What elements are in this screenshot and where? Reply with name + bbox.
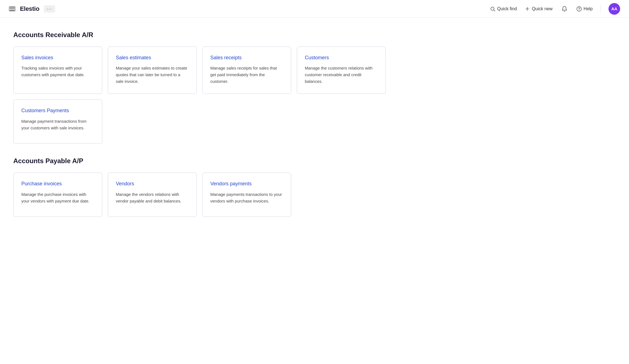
header-divider [600, 5, 601, 13]
card-sales-estimates[interactable]: Sales estimates Manage your sales estima… [108, 47, 197, 94]
card-purchase-invoices-desc: Manage the purchase invoices with your v… [21, 191, 94, 204]
card-sales-estimates-title: Sales estimates [116, 55, 189, 61]
card-customers-title: Customers [305, 55, 378, 61]
plus-icon [525, 6, 530, 12]
help-icon [576, 6, 582, 12]
card-vendors-payments-desc: Manage payments transactions to your ven… [210, 191, 283, 204]
search-icon [490, 6, 495, 12]
bell-icon [561, 6, 567, 12]
card-customers-payments-title: Customers Payments [21, 107, 94, 114]
card-customers[interactable]: Customers Manage the customers relations… [297, 47, 386, 94]
ap-cards-row1: Purchase invoices Manage the purchase in… [13, 173, 386, 217]
header: Elestio ··· Quick find Quick new [0, 0, 629, 18]
main-content: Accounts Receivable A/R Sales invoices T… [0, 18, 399, 234]
quick-find-button[interactable]: Quick find [490, 6, 517, 12]
card-vendors-payments-title: Vendors payments [210, 181, 283, 187]
quick-find-label: Quick find [497, 6, 517, 11]
card-customers-payments-desc: Manage payment transactions from your cu… [21, 118, 94, 131]
card-vendors-payments[interactable]: Vendors payments Manage payments transac… [202, 173, 291, 217]
card-sales-estimates-desc: Manage your sales estimates to create qu… [116, 65, 189, 85]
card-sales-invoices-title: Sales invoices [21, 55, 94, 61]
section-ap-title: Accounts Payable A/P [13, 157, 386, 165]
ar-cards-row1: Sales invoices Tracking sales invoices w… [13, 47, 386, 94]
section-ap: Accounts Payable A/P Purchase invoices M… [13, 157, 386, 217]
menu-icon-button[interactable] [9, 6, 16, 11]
svg-line-1 [494, 10, 495, 11]
card-sales-receipts-desc: Manage sales receipts for sales that get… [210, 65, 283, 85]
header-left: Elestio ··· [9, 5, 55, 12]
card-sales-invoices-desc: Tracking sales invoices with your custom… [21, 65, 94, 78]
help-button[interactable]: Help [576, 6, 593, 12]
card-sales-receipts-title: Sales receipts [210, 55, 283, 61]
card-customers-desc: Manage the customers relations with cust… [305, 65, 378, 85]
header-right: Quick find Quick new Help AA [490, 3, 620, 15]
card-purchase-invoices[interactable]: Purchase invoices Manage the purchase in… [13, 173, 102, 217]
card-vendors-desc: Manage the vendors relations with vendor… [116, 191, 189, 204]
section-ar: Accounts Receivable A/R Sales invoices T… [13, 31, 386, 144]
more-options-button[interactable]: ··· [44, 5, 55, 12]
card-purchase-invoices-title: Purchase invoices [21, 181, 94, 187]
card-customers-payments[interactable]: Customers Payments Manage payment transa… [13, 99, 102, 144]
card-sales-receipts[interactable]: Sales receipts Manage sales receipts for… [202, 47, 291, 94]
quick-new-button[interactable]: Quick new [525, 6, 553, 12]
ar-cards-row2: Customers Payments Manage payment transa… [13, 99, 386, 144]
app-title: Elestio [20, 5, 39, 12]
help-label: Help [584, 6, 593, 11]
notifications-button[interactable] [560, 5, 569, 13]
quick-new-label: Quick new [532, 6, 553, 11]
card-vendors[interactable]: Vendors Manage the vendors relations wit… [108, 173, 197, 217]
card-sales-invoices[interactable]: Sales invoices Tracking sales invoices w… [13, 47, 102, 94]
section-ar-title: Accounts Receivable A/R [13, 31, 386, 39]
card-vendors-title: Vendors [116, 181, 189, 187]
avatar[interactable]: AA [608, 3, 620, 15]
